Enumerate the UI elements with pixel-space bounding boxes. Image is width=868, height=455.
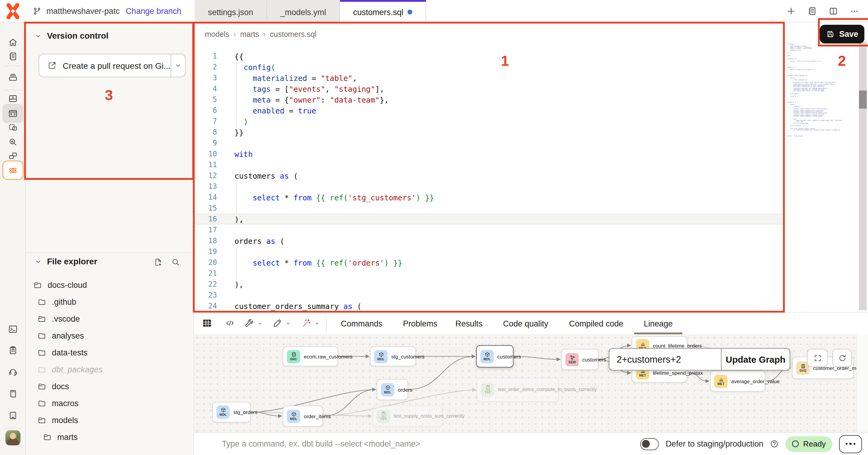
rail-item-notebook[interactable] xyxy=(2,47,24,66)
breadcrumb-item[interactable]: customers.sql xyxy=(270,30,316,39)
chevron-down-icon[interactable] xyxy=(285,320,291,326)
update-graph-button[interactable]: Update Graph xyxy=(721,349,789,370)
code-line-10[interactable]: 10with xyxy=(194,148,785,159)
rail-item-support[interactable] xyxy=(2,362,24,381)
tree-item-docs[interactable]: docs xyxy=(26,378,193,395)
code-line-5[interactable]: 5 meta = {"owner": "data-team"}, xyxy=(194,94,785,105)
code-lines[interactable]: 1{{2 config(3 materialized = "table",4 t… xyxy=(194,51,785,311)
chevron-down-icon[interactable] xyxy=(314,320,320,326)
code-line-12[interactable]: 12customers as ( xyxy=(194,170,785,181)
code-line-24[interactable]: 24customer_orders_summary as ( xyxy=(194,301,785,311)
code-line-13[interactable]: 13 xyxy=(194,181,785,192)
lineage-node-customers[interactable]: MDLcustomers xyxy=(476,345,514,368)
code-line-8[interactable]: 8}} xyxy=(194,127,785,138)
panel-tab-lineage[interactable]: Lineage xyxy=(644,313,673,334)
panel-tab-compiled-code[interactable]: Compiled code xyxy=(569,313,623,334)
tree-item-.vscode[interactable]: .vscode xyxy=(26,310,193,327)
code-line-11[interactable]: 11 xyxy=(194,159,785,170)
code-line-21[interactable]: 21 xyxy=(194,268,785,279)
panel-tab-problems[interactable]: Problems xyxy=(403,313,437,334)
refresh-graph-button[interactable] xyxy=(832,349,852,367)
help-icon[interactable] xyxy=(770,439,779,448)
journal-icon[interactable] xyxy=(804,3,820,19)
code-line-3[interactable]: 3 materialized = "table", xyxy=(194,73,785,83)
chevron-down-icon[interactable] xyxy=(257,320,263,326)
lineage-canvas[interactable]: SRCecom.raw_customersMDLstg_customersMDL… xyxy=(194,334,868,433)
code-line-20[interactable]: 20 select * from {{ ref('orders') }} xyxy=(194,257,785,268)
editor-scrollbar[interactable] xyxy=(859,41,867,310)
lineage-node-stg_customers[interactable]: MDLstg_customers xyxy=(370,346,416,366)
new-file-icon[interactable] xyxy=(154,258,163,267)
copilot-wand-icon[interactable] xyxy=(301,318,312,328)
code-line-15[interactable]: 15 xyxy=(194,203,785,214)
statusbar-more-button[interactable] xyxy=(839,435,862,453)
command-input[interactable]: Type a command, ex. dbt build --select <… xyxy=(222,439,641,448)
tree-item-marts[interactable]: marts xyxy=(26,428,193,445)
dbt-logo-icon[interactable] xyxy=(4,2,22,20)
panel-tab-results[interactable]: Results xyxy=(456,313,483,334)
create-pr-main[interactable]: Create a pull request on Gi... xyxy=(39,54,170,77)
tree-item-dbt_packages[interactable]: dbt_packages xyxy=(26,361,193,378)
code-line-23[interactable]: 23 xyxy=(194,290,785,301)
code-line-14[interactable]: 14 select * from {{ ref('stg_customers')… xyxy=(194,192,785,203)
file-explorer-header[interactable]: File explorer xyxy=(34,256,97,266)
code-editor[interactable]: models›marts›customers.sql 1{{2 config(3… xyxy=(194,22,785,312)
lineage-node-orders[interactable]: MDLorders xyxy=(377,379,408,400)
create-pr-button[interactable]: Create a pull request on Gi... xyxy=(38,54,186,77)
user-avatar[interactable] xyxy=(5,430,21,445)
tab-_models.yml[interactable]: _models.yml xyxy=(267,0,340,22)
tab-customers.sql[interactable]: customers.sql xyxy=(340,0,427,22)
code-line-2[interactable]: 2 config( xyxy=(194,61,785,73)
breadcrumb-item[interactable]: models xyxy=(205,30,229,39)
scrollbar-thumb[interactable] xyxy=(859,90,867,109)
code-line-16[interactable]: 16), xyxy=(194,214,785,225)
version-control-header[interactable]: Version control xyxy=(34,31,108,40)
change-branch-link[interactable]: Change branch xyxy=(126,7,181,16)
code-line-4[interactable]: 4 tags = ["events", "staging"], xyxy=(194,83,785,94)
status-badge[interactable]: Ready xyxy=(786,436,832,452)
lineage-node-average_order_value[interactable]: METaverage_order_value xyxy=(710,371,766,392)
create-pr-dropdown[interactable] xyxy=(170,54,185,77)
tree-item-macros[interactable]: macros xyxy=(26,395,193,411)
search-icon[interactable] xyxy=(171,258,180,267)
selector-input[interactable]: 2+customers+2 xyxy=(610,354,721,365)
minimap[interactable]: {{ config( materialized = "table", tags … xyxy=(785,22,858,312)
lineage-node-customers_sem[interactable]: SEMcustomers xyxy=(561,349,598,370)
preview-table-icon[interactable] xyxy=(202,318,212,328)
rail-item-tasks[interactable] xyxy=(2,340,24,360)
rail-item-copilot[interactable] xyxy=(2,161,24,180)
save-button[interactable]: Save xyxy=(820,25,864,44)
panel-tab-commands[interactable]: Commands xyxy=(341,313,382,334)
code-line-7[interactable]: 7 ) xyxy=(194,116,785,127)
more-options-icon[interactable] xyxy=(846,3,862,19)
lineage-node-order_items[interactable]: MDLorder_items xyxy=(283,405,323,427)
code-line-18[interactable]: 18orders as ( xyxy=(194,235,785,246)
tab-settings.json[interactable]: settings.json xyxy=(195,0,267,22)
tree-item-docs-cloud[interactable]: docs-cloud xyxy=(26,276,193,293)
lineage-node-raw_customers[interactable]: SRCecom.raw_customers xyxy=(283,346,338,366)
format-lint-icon[interactable] xyxy=(273,318,283,328)
panel-tab-code-quality[interactable]: Code quality xyxy=(503,313,548,334)
code-line-22[interactable]: 22), xyxy=(194,279,785,290)
compile-code-icon[interactable] xyxy=(225,318,235,328)
code-line-17[interactable]: 17 xyxy=(194,225,785,235)
build-wrench-icon[interactable] xyxy=(244,318,254,328)
tree-item-data-tests[interactable]: data-tests xyxy=(26,344,193,361)
tree-item-.github[interactable]: .github xyxy=(26,293,193,310)
split-view-icon[interactable] xyxy=(825,3,841,19)
defer-toggle[interactable] xyxy=(641,438,659,450)
lineage-node-test_order_items[interactable]: TSTtest_order_items_compute_to_bools_cor… xyxy=(477,378,559,402)
new-tab-button[interactable] xyxy=(783,3,799,19)
code-line-6[interactable]: 6 enabled = true xyxy=(194,105,785,116)
code-line-19[interactable]: 19 xyxy=(194,246,785,257)
tree-item-models[interactable]: models xyxy=(26,411,193,428)
rail-item-docs[interactable] xyxy=(2,384,24,403)
tree-item-analyses[interactable]: analyses xyxy=(26,327,193,344)
code-line-9[interactable]: 9 xyxy=(194,138,785,148)
lineage-node-test_supply[interactable]: TSTtest_supply_costs_sum_correctly xyxy=(373,405,442,427)
rail-item-organization[interactable] xyxy=(2,405,24,425)
fullscreen-button[interactable] xyxy=(807,349,828,367)
breadcrumb-item[interactable]: marts xyxy=(240,30,259,39)
rail-item-catalog[interactable] xyxy=(2,67,24,87)
code-line-1[interactable]: 1{{ xyxy=(194,51,785,61)
